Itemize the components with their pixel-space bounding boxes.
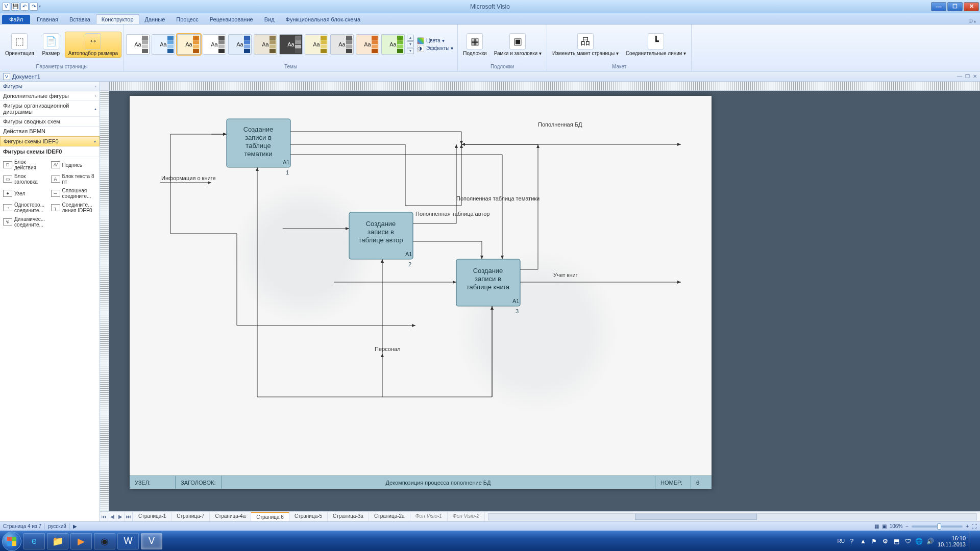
theme-swatch[interactable]: Aa [381, 34, 405, 55]
shape-item-label: Динамичес... соедините... [14, 216, 49, 228]
canvas[interactable]: Информация о книге Создание записи в таб… [109, 91, 980, 511]
tab-flowchart[interactable]: Функциональная блок-схема [280, 14, 366, 24]
theme-swatch[interactable]: Aa [254, 34, 277, 55]
size-button[interactable]: 📄Размер [38, 32, 64, 57]
page-tab[interactable]: Страница-3a [328, 512, 369, 521]
zoom-out-button[interactable]: − [905, 523, 909, 529]
taskbar-visio[interactable]: V [141, 533, 162, 549]
shape-item-label: Соедините... линия IDEF0 [62, 202, 97, 213]
doc-restore-icon[interactable]: ❐ [965, 73, 970, 79]
zoom-in-button[interactable]: + [966, 523, 969, 529]
shape-item[interactable]: ─Сплошная соедините... [51, 188, 97, 199]
page-tab[interactable]: Фон Visio-1 [410, 512, 448, 521]
network-icon[interactable]: 🌐 [915, 537, 923, 545]
taskbar-explorer[interactable]: 📁 [47, 533, 68, 549]
shapes-header[interactable]: Фигуры‹ [0, 82, 100, 91]
autosize-button[interactable]: ↔Автоподбор размера [65, 32, 121, 58]
orientation-button[interactable]: ⬚Ориентация [2, 32, 37, 57]
view-mode-icon[interactable]: ▦ [874, 523, 879, 529]
relayout-button[interactable]: 品Изменить макет страницы ▾ [549, 32, 622, 57]
shape-item[interactable]: →Односторо... соедините... [3, 202, 49, 213]
tray-lang[interactable]: RU [837, 538, 844, 544]
macro-icon[interactable]: ▶ [73, 523, 77, 529]
theme-swatch[interactable]: Aa [330, 34, 354, 55]
taskbar-word[interactable]: W [117, 533, 139, 549]
page-tab[interactable]: Страница 6 [251, 512, 289, 521]
shapes-cat[interactable]: Фигуры организационной диаграммы▴ [0, 101, 100, 117]
help-icon[interactable]: ⓘ ▴ [969, 18, 980, 24]
doc-close-icon[interactable]: ✕ [973, 73, 977, 79]
theme-swatch[interactable]: Aa [305, 34, 328, 55]
shape-item[interactable]: ●Узел [3, 188, 49, 199]
page-tab[interactable]: Страница-2а [369, 512, 410, 521]
shape-item[interactable]: ▭Блок заголовка [3, 173, 49, 185]
theme-swatch[interactable]: Aa [279, 34, 303, 55]
ribbon: ⬚Ориентация 📄Размер ↔Автоподбор размера … [0, 24, 980, 71]
tab-data[interactable]: Данные [139, 14, 171, 24]
shape-item[interactable]: ┐Соедините... линия IDEF0 [51, 202, 97, 213]
shapes-cat[interactable]: Дополнительные фигуры› [0, 91, 100, 101]
volume-icon[interactable]: 🔊 [926, 537, 935, 545]
theme-swatch[interactable]: Aa [203, 34, 226, 55]
taskbar-chrome[interactable]: ◉ [94, 533, 115, 549]
tray-icon[interactable]: ⚙ [881, 537, 890, 545]
theme-scroll[interactable]: ▴▾▾ [407, 35, 414, 54]
theme-swatch[interactable]: Aa [177, 34, 201, 55]
page-nav[interactable]: ⏮◀▶⏭ [100, 512, 133, 521]
minimize-button[interactable]: — [931, 2, 946, 11]
tray-icon[interactable]: ▲ [859, 537, 867, 545]
tab-insert[interactable]: Вставка [64, 14, 96, 24]
start-button[interactable] [2, 532, 21, 551]
tab-process[interactable]: Процесс [170, 14, 204, 24]
zoom-slider[interactable] [912, 525, 963, 528]
tab-view[interactable]: Вид [259, 14, 280, 24]
colors-button[interactable]: Цвета ▾ [417, 37, 453, 44]
shapes-cat-active[interactable]: Фигуры схемы IDEF0▾ [0, 136, 100, 146]
tab-home[interactable]: Главная [31, 14, 64, 24]
tray-clock[interactable]: 16:1010.11.2013 [938, 535, 966, 547]
frames-button[interactable]: ▣Рамки и заголовки ▾ [491, 32, 545, 57]
backgrounds-button[interactable]: ▦Подложки [460, 32, 489, 57]
tray-icon[interactable]: 🛡 [904, 537, 912, 545]
file-tab[interactable]: Файл [2, 15, 30, 24]
taskbar-ie[interactable]: e [23, 533, 45, 549]
fit-page-icon[interactable]: ⛶ [972, 523, 977, 529]
system-tray: RU ? ▲ ⚑ ⚙ ⬒ 🛡 🌐 🔊 16:1010.11.2013 [837, 532, 978, 551]
shapes-cat[interactable]: Фигуры сводных схем [0, 117, 100, 127]
close-button[interactable]: ✕ [964, 2, 979, 11]
help-icon[interactable]: ? [848, 537, 856, 545]
page-tab[interactable]: Страница-1 [133, 512, 172, 521]
taskbar-media[interactable]: ▶ [70, 533, 92, 549]
tab-review[interactable]: Рецензирование [204, 14, 259, 24]
page-tab[interactable]: Страница-5 [289, 512, 328, 521]
show-desktop[interactable] [969, 532, 974, 551]
theme-swatch[interactable]: Aa [152, 34, 175, 55]
page-tab[interactable]: Страница-4а [210, 512, 251, 521]
connectors-button[interactable]: ┗Соединительные линии ▾ [623, 32, 689, 57]
view-mode-icon[interactable]: ▣ [882, 523, 887, 529]
h-scrollbar[interactable] [488, 513, 977, 520]
effects-button[interactable]: ◑Эффекты ▾ [417, 45, 453, 52]
drawing-page[interactable]: Информация о книге Создание записи в таб… [130, 96, 712, 489]
scroll-thumb[interactable] [635, 514, 757, 520]
theme-swatch[interactable]: Aa [126, 34, 150, 55]
theme-swatch[interactable]: Aa [356, 34, 379, 55]
undo-icon[interactable]: ↶ [20, 3, 29, 11]
doc-minimize-icon[interactable]: — [957, 73, 962, 79]
maximize-button[interactable]: ☐ [947, 2, 963, 11]
redo-icon[interactable]: ↷ [30, 3, 38, 11]
shapes-cat[interactable]: Действия BPMN [0, 127, 100, 136]
qat-customize-icon[interactable]: ▾ [39, 4, 41, 9]
page-tab[interactable]: Фон Visio-2 [448, 512, 485, 521]
diagram-svg: Информация о книге Создание записи в таб… [130, 96, 712, 489]
theme-swatch[interactable]: Aa [228, 34, 252, 55]
save-icon[interactable]: 💾 [11, 3, 19, 11]
shape-item[interactable]: A⁄Подпись [51, 159, 97, 170]
flag-icon[interactable]: ⚑ [870, 537, 878, 545]
shape-item[interactable]: ↯Динамичес... соедините... [3, 216, 49, 228]
page-tab[interactable]: Страница-7 [172, 512, 210, 521]
tray-icon[interactable]: ⬒ [893, 537, 901, 545]
tab-design[interactable]: Конструктор [96, 14, 139, 24]
shape-item[interactable]: AБлок текста 8 пт [51, 173, 97, 185]
shape-item[interactable]: □Блок действия [3, 159, 49, 170]
